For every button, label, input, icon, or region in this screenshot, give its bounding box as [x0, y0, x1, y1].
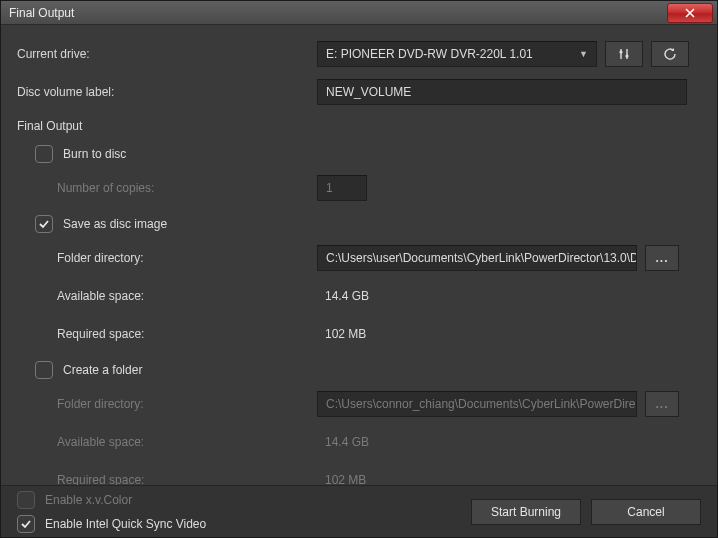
- quicksync-label: Enable Intel Quick Sync Video: [45, 517, 206, 531]
- burn-to-disc-label: Burn to disc: [63, 147, 126, 161]
- folder-dir-input: C:\Users\connor_chiang\Documents\CyberLi…: [317, 391, 637, 417]
- volume-label-input[interactable]: NEW_VOLUME: [317, 79, 687, 105]
- close-icon: [685, 8, 695, 18]
- dialog-content: Current drive: E: PIONEER DVD-RW DVR-220…: [1, 25, 717, 485]
- create-folder-checkbox[interactable]: [35, 361, 53, 379]
- refresh-drive-button[interactable]: [651, 41, 689, 67]
- image-folder-browse-button[interactable]: ...: [645, 245, 679, 271]
- folder-avail-value: 14.4 GB: [317, 435, 369, 449]
- copies-input: 1: [317, 175, 367, 201]
- current-drive-dropdown[interactable]: E: PIONEER DVD-RW DVR-220L 1.01 ▼: [317, 41, 597, 67]
- image-req-label: Required space:: [17, 327, 317, 341]
- final-output-section-title: Final Output: [17, 119, 701, 133]
- check-icon: [20, 518, 32, 530]
- ellipsis-icon: ...: [655, 397, 668, 411]
- refresh-icon: [663, 47, 677, 61]
- xvcolor-label: Enable x.v.Color: [45, 493, 132, 507]
- window-title: Final Output: [9, 6, 74, 20]
- save-disc-image-checkbox[interactable]: [35, 215, 53, 233]
- image-avail-label: Available space:: [17, 289, 317, 303]
- image-folder-label: Folder directory:: [17, 251, 317, 265]
- folder-req-label: Required space:: [17, 473, 317, 485]
- image-avail-value: 14.4 GB: [317, 289, 369, 303]
- svg-point-1: [625, 54, 628, 57]
- check-icon: [38, 218, 50, 230]
- titlebar: Final Output: [1, 1, 717, 25]
- ellipsis-icon: ...: [655, 251, 668, 265]
- cancel-button[interactable]: Cancel: [591, 499, 701, 525]
- image-req-value: 102 MB: [317, 327, 366, 341]
- folder-req-value: 102 MB: [317, 473, 366, 485]
- dialog-footer: Enable x.v.Color Enable Intel Quick Sync…: [1, 485, 717, 537]
- current-drive-value: E: PIONEER DVD-RW DVR-220L 1.01: [326, 47, 533, 61]
- image-folder-input[interactable]: C:\Users\user\Documents\CyberLink\PowerD…: [317, 245, 637, 271]
- xvcolor-checkbox: [17, 491, 35, 509]
- save-disc-image-label: Save as disc image: [63, 217, 167, 231]
- quicksync-checkbox[interactable]: [17, 515, 35, 533]
- create-folder-label: Create a folder: [63, 363, 142, 377]
- sliders-icon: [617, 47, 631, 61]
- folder-avail-label: Available space:: [17, 435, 317, 449]
- close-button[interactable]: [667, 3, 713, 23]
- drive-settings-button[interactable]: [605, 41, 643, 67]
- current-drive-label: Current drive:: [17, 47, 317, 61]
- copies-label: Number of copies:: [17, 181, 317, 195]
- svg-point-0: [619, 50, 622, 53]
- final-output-dialog: Final Output Current drive: E: PIONEER D…: [0, 0, 718, 538]
- chevron-down-icon: ▼: [579, 49, 588, 59]
- folder-dir-browse-button: ...: [645, 391, 679, 417]
- start-burning-button[interactable]: Start Burning: [471, 499, 581, 525]
- folder-dir-label: Folder directory:: [17, 397, 317, 411]
- volume-label-label: Disc volume label:: [17, 85, 317, 99]
- burn-to-disc-checkbox[interactable]: [35, 145, 53, 163]
